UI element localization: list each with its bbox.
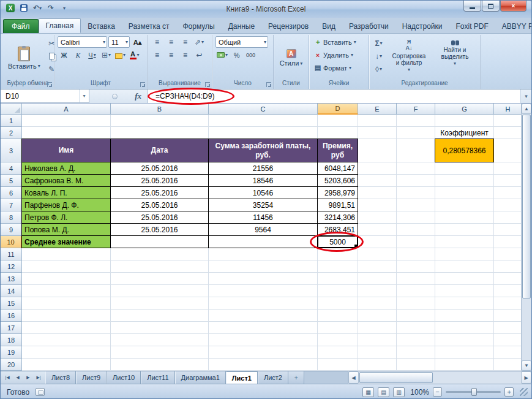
cell-A3[interactable]: Имя <box>21 139 111 162</box>
cell-D5[interactable]: 5203,606 <box>317 174 358 187</box>
orientation-button[interactable]: ⇗▾ <box>193 36 206 48</box>
cell-C7[interactable]: 35254 <box>208 199 318 211</box>
wrap-text-button[interactable]: ↩ <box>193 49 206 61</box>
select-all-corner[interactable] <box>1 104 22 115</box>
sheet-tab-4[interactable]: Диаграмма1 <box>175 371 226 384</box>
align-right-button[interactable]: ≡ <box>179 49 192 61</box>
ribbon-tab-1[interactable]: Главная <box>39 18 81 33</box>
row-header-11[interactable]: 11 <box>1 248 22 260</box>
row-header-2[interactable]: 2 <box>1 127 22 139</box>
italic-button[interactable]: К <box>72 49 84 61</box>
first-sheet-icon[interactable]: |◀ <box>2 373 12 382</box>
minimize-button[interactable] <box>463 1 481 12</box>
row-header-7[interactable]: 7 <box>1 199 22 211</box>
cell-A7[interactable]: Парфенов Д. Ф. <box>21 199 111 211</box>
cell-D8[interactable]: 3214,306 <box>317 211 358 224</box>
cell-A4[interactable]: Николаев А. Д. <box>21 162 111 175</box>
cell-D9[interactable]: 2683,451 <box>317 223 358 236</box>
formula-bar-splitter[interactable] <box>112 94 118 99</box>
cell-B4[interactable]: 25.05.2016 <box>110 162 209 175</box>
row-header-8[interactable]: 8 <box>1 211 22 224</box>
accounting-format-button[interactable]: ▾ <box>215 49 229 61</box>
align-center-button[interactable]: ≡ <box>165 49 178 61</box>
column-header-A[interactable]: A <box>22 104 111 115</box>
scroll-up-icon[interactable]: ▲ <box>522 104 531 114</box>
sheet-tab-6[interactable]: Лист2 <box>258 371 288 384</box>
font-dialog-launcher[interactable] <box>140 82 145 87</box>
normal-view-icon[interactable]: ▦ <box>362 387 374 397</box>
cell-C9[interactable]: 9564 <box>208 223 318 236</box>
cell-G2[interactable]: Коэффициент <box>435 126 494 139</box>
maximize-button[interactable] <box>482 1 500 12</box>
number-format-combo[interactable]: Общий▾ <box>215 36 268 48</box>
insert-function-button[interactable]: fx <box>131 91 145 101</box>
cell-B9[interactable]: 25.05.2016 <box>110 223 209 236</box>
page-layout-view-icon[interactable]: ▤ <box>378 387 389 397</box>
horizontal-scroll-thumb[interactable] <box>359 372 433 383</box>
name-box[interactable]: D10 ▾ <box>1 89 89 103</box>
font-color-button[interactable]: А▾ <box>128 49 141 61</box>
row-header-9[interactable]: 9 <box>1 224 22 236</box>
number-dialog-launcher[interactable] <box>266 82 271 87</box>
vertical-scrollbar[interactable]: ▲ ▼ <box>521 104 531 371</box>
column-header-B[interactable]: B <box>111 104 209 115</box>
cell-C6[interactable]: 10546 <box>208 186 318 199</box>
zoom-level[interactable]: 100% <box>408 388 429 397</box>
underline-button[interactable]: Ч▾ <box>86 49 99 61</box>
scroll-left-icon[interactable]: ◀ <box>348 371 359 384</box>
row-header-15[interactable]: 15 <box>1 297 22 310</box>
row-header-18[interactable]: 18 <box>1 334 22 346</box>
horizontal-scrollbar[interactable]: ◀ ▶ <box>348 371 531 384</box>
formula-input[interactable]: =СРЗНАЧ(D4:D9) <box>148 89 520 103</box>
ribbon-tab-10[interactable]: Foxit PDF <box>449 20 495 33</box>
undo-button[interactable]: ↶▾ <box>32 3 43 13</box>
cell-C3[interactable]: Сумма заработной платы, руб. <box>208 139 318 162</box>
macro-record-icon[interactable] <box>36 388 45 396</box>
zoom-in-button[interactable]: ＋ <box>504 387 514 397</box>
cell-C5[interactable]: 18546 <box>208 174 318 187</box>
font-name-combo[interactable]: Calibri▾ <box>58 36 107 48</box>
save-button[interactable] <box>18 3 29 13</box>
align-middle-button[interactable]: ≡ <box>165 36 178 48</box>
ribbon-tab-8[interactable]: Разработчи <box>342 20 395 33</box>
vertical-scroll-track[interactable] <box>522 299 531 360</box>
next-sheet-icon[interactable]: ▶ <box>23 373 33 382</box>
autosum-button[interactable]: Σ▾ <box>372 37 385 49</box>
cell-B10[interactable] <box>110 235 209 248</box>
resize-grip[interactable] <box>520 388 528 396</box>
row-header-13[interactable]: 13 <box>1 273 22 285</box>
row-header-10[interactable]: 10 <box>1 236 22 248</box>
row-header-19[interactable]: 19 <box>1 346 22 359</box>
expand-formula-bar-button[interactable]: ▾ <box>520 89 531 103</box>
styles-button[interactable]: A Стили▾ <box>277 36 306 80</box>
vertical-scroll-thumb[interactable] <box>522 115 531 298</box>
insert-worksheet-tab[interactable]: ＋ <box>288 371 304 384</box>
cell-A8[interactable]: Петров Ф. Л. <box>21 211 111 224</box>
font-size-combo[interactable]: 11▾ <box>108 36 130 48</box>
row-header-3[interactable]: 3 <box>1 139 22 162</box>
cell-D7[interactable]: 9891,51 <box>317 199 358 211</box>
ribbon-tab-7[interactable]: Вид <box>315 20 342 33</box>
sheet-tab-0[interactable]: Лист8 <box>45 371 76 384</box>
page-break-view-icon[interactable]: ▥ <box>393 387 405 397</box>
borders-button[interactable]: ⊞▾ <box>100 49 113 61</box>
cell-A6[interactable]: Коваль Л. П. <box>21 186 111 199</box>
cell-B5[interactable]: 25.05.2016 <box>110 174 209 187</box>
insert-cells-button[interactable]: ＋Вставить▾ <box>312 36 365 48</box>
row-header-1[interactable]: 1 <box>1 115 22 127</box>
sort-filter-button[interactable]: ЯА↓ Сортировка и фильтр▾ <box>387 36 431 80</box>
cell-B6[interactable]: 25.05.2016 <box>110 186 209 199</box>
cell-D3[interactable]: Премия, руб <box>317 139 358 162</box>
zoom-out-button[interactable]: − <box>433 387 442 397</box>
cell-D10[interactable]: 5000 <box>317 235 358 248</box>
horizontal-scroll-track[interactable] <box>433 371 521 384</box>
cell-D6[interactable]: 2958,979 <box>317 186 358 199</box>
row-header-6[interactable]: 6 <box>1 187 22 199</box>
align-bottom-button[interactable]: ≡ <box>179 36 192 48</box>
align-top-button[interactable]: ≡ <box>151 36 163 48</box>
cell-B8[interactable]: 25.05.2016 <box>110 211 209 224</box>
ribbon-tab-0[interactable]: Файл <box>3 19 39 33</box>
row-header-17[interactable]: 17 <box>1 322 22 334</box>
bold-button[interactable]: Ж <box>58 49 70 61</box>
sheet-tab-3[interactable]: Лист11 <box>141 371 174 384</box>
